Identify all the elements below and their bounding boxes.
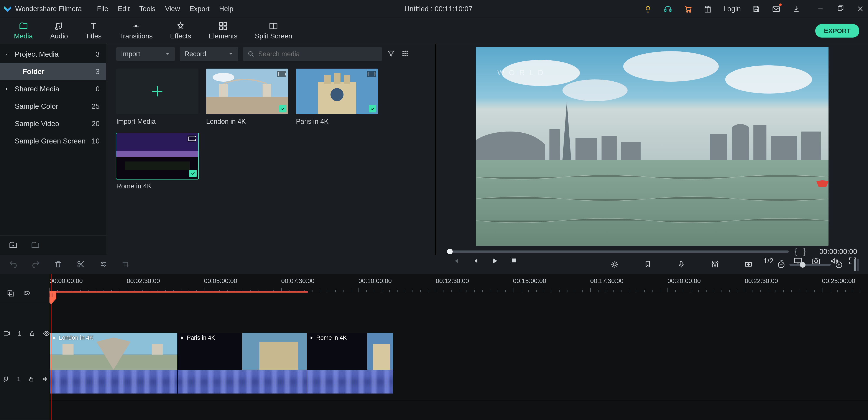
playhead[interactable] — [51, 274, 52, 420]
eye-icon[interactable] — [43, 330, 50, 337]
marker-icon[interactable] — [644, 260, 654, 270]
media-thumbnail[interactable] — [296, 68, 378, 114]
voiceover-icon[interactable] — [677, 260, 687, 270]
video-track-header[interactable]: 1 — [0, 303, 50, 364]
audio-mixer-icon[interactable] — [710, 260, 720, 270]
undo-icon[interactable] — [9, 260, 19, 270]
lock-icon[interactable] — [28, 376, 34, 382]
menu-tools[interactable]: Tools — [139, 5, 156, 13]
step-back-icon[interactable] — [471, 257, 479, 265]
scrub-track[interactable] — [447, 250, 789, 253]
svg-text:W O R L D: W O R L D — [497, 68, 545, 77]
video-clip[interactable]: London in 4K — [50, 333, 178, 370]
svg-point-97 — [716, 262, 718, 263]
media-thumbnail[interactable] — [206, 68, 288, 114]
svg-rect-11 — [224, 23, 226, 25]
preview-viewport[interactable]: W O R L D — [476, 47, 829, 246]
save-icon[interactable] — [752, 4, 761, 13]
video-clip[interactable]: Rome in 4K — [307, 333, 393, 370]
timeline-body[interactable]: 00:00:00:0000:02:30:0000:05:00:0000:07:3… — [50, 274, 868, 420]
login-link[interactable]: Login — [723, 5, 741, 13]
zoom-in-icon[interactable] — [835, 261, 843, 269]
import-media-tile[interactable] — [116, 68, 198, 114]
audio-meter-icon[interactable] — [854, 259, 859, 271]
mark-out-icon[interactable]: } — [803, 247, 806, 256]
tab-titles[interactable]: Titles — [76, 19, 110, 42]
adjust-icon[interactable] — [99, 260, 109, 270]
grid-view-icon[interactable] — [401, 49, 410, 59]
cart-icon[interactable] — [683, 4, 692, 13]
svg-rect-82 — [771, 136, 797, 160]
tab-audio[interactable]: Audio — [41, 19, 76, 42]
tab-media[interactable]: Media — [5, 19, 41, 42]
tree-item-project-media[interactable]: Project Media3 — [0, 46, 106, 63]
crop-icon[interactable] — [122, 260, 131, 270]
menu-view[interactable]: View — [165, 5, 180, 13]
tree-item-folder[interactable]: Folder3 — [0, 63, 106, 80]
audio-clip[interactable] — [50, 370, 178, 394]
svg-rect-79 — [621, 142, 641, 160]
search-media-input[interactable] — [243, 47, 382, 61]
close-icon[interactable] — [856, 4, 865, 13]
audio-clip[interactable] — [178, 370, 307, 394]
stop-icon[interactable] — [510, 257, 518, 265]
zoom-out-icon[interactable] — [777, 261, 785, 269]
mute-icon[interactable] — [42, 376, 49, 383]
tab-splitscreen-label: Split Screen — [255, 32, 292, 40]
media-item[interactable]: Rome in 4K — [116, 133, 198, 190]
zoom-slider[interactable] — [789, 264, 831, 266]
minimize-icon[interactable] — [816, 4, 825, 13]
redo-icon[interactable] — [31, 260, 41, 270]
timeline-select-icon[interactable] — [6, 289, 15, 297]
svg-rect-42 — [324, 75, 331, 84]
playhead-grip-icon[interactable] — [50, 291, 56, 304]
menu-help[interactable]: Help — [219, 5, 234, 13]
export-button[interactable]: EXPORT — [815, 24, 859, 37]
timeline-link-icon[interactable] — [23, 289, 31, 297]
record-dropdown[interactable]: Record — [180, 47, 238, 61]
scrub-thumb[interactable] — [447, 249, 453, 254]
tree-item-shared-media[interactable]: Shared Media0 — [0, 80, 106, 98]
import-dropdown[interactable]: Import — [116, 47, 175, 61]
delete-icon[interactable] — [54, 260, 64, 270]
media-item[interactable]: Import Media — [116, 68, 198, 125]
media-item[interactable]: Paris in 4K — [296, 68, 378, 125]
tab-splitscreen[interactable]: Split Screen — [246, 19, 301, 42]
tree-item-sample-color[interactable]: Sample Color25 — [0, 98, 106, 115]
gift-icon[interactable] — [703, 4, 712, 13]
tab-transitions[interactable]: Transitions — [110, 19, 161, 42]
audio-track-header[interactable]: 1 — [0, 364, 50, 394]
mark-in-icon[interactable]: { — [795, 247, 797, 256]
idea-icon[interactable] — [643, 4, 653, 13]
menu-export[interactable]: Export — [189, 5, 209, 13]
zoom-thumb[interactable] — [800, 262, 806, 268]
headset-icon[interactable] — [663, 4, 673, 13]
svg-rect-103 — [4, 332, 8, 335]
ruler-mark: 00:05:00:00 — [204, 277, 237, 284]
split-icon[interactable] — [76, 260, 86, 270]
tab-effects[interactable]: Effects — [161, 19, 200, 42]
video-clip[interactable]: Paris in 4K — [178, 333, 307, 370]
tab-elements[interactable]: Elements — [200, 19, 246, 42]
search-media-field[interactable] — [258, 50, 378, 58]
prev-frame-icon[interactable] — [452, 257, 460, 265]
filter-icon[interactable] — [387, 49, 396, 59]
timeline-ruler[interactable]: 00:00:00:0000:02:30:0000:05:00:0000:07:3… — [50, 274, 868, 292]
play-icon[interactable] — [490, 257, 499, 265]
keyframe-icon[interactable] — [744, 260, 754, 270]
maximize-icon[interactable] — [836, 4, 845, 13]
mail-icon[interactable] — [772, 4, 781, 13]
media-item[interactable]: London in 4K — [206, 68, 288, 125]
tree-item-sample-green-screen[interactable]: Sample Green Screen10 — [0, 132, 106, 150]
media-thumbnail[interactable] — [116, 133, 198, 179]
svg-rect-119 — [373, 344, 390, 370]
menu-file[interactable]: File — [97, 5, 108, 13]
render-icon[interactable] — [610, 260, 620, 270]
folder-icon[interactable] — [31, 241, 40, 250]
download-icon[interactable] — [792, 4, 801, 13]
menu-edit[interactable]: Edit — [118, 5, 130, 13]
lock-icon[interactable] — [29, 330, 35, 337]
new-folder-icon[interactable] — [9, 241, 18, 250]
tree-item-sample-video[interactable]: Sample Video20 — [0, 115, 106, 132]
audio-clip[interactable] — [307, 370, 393, 394]
